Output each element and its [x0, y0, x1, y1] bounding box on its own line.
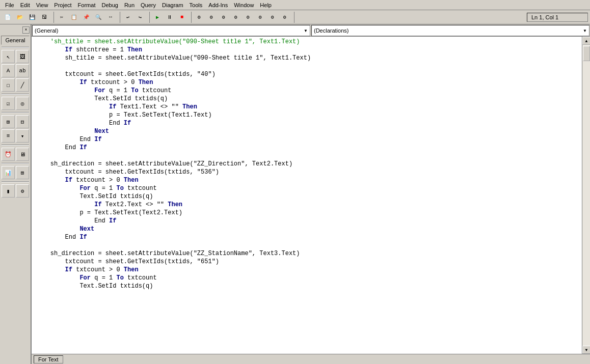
- menu-format[interactable]: Format: [75, 1, 99, 9]
- scroll-track[interactable]: [582, 45, 590, 346]
- pointer-tool[interactable]: ↖: [2, 50, 15, 63]
- code-text[interactable]: 'sh_title = sheet.setAttributeValue("090…: [32, 37, 582, 354]
- dropdowns-row: (General) ▼ (Declarations) ▼: [32, 24, 590, 37]
- general-dropdown[interactable]: (General) ▼: [32, 25, 310, 36]
- tool-row-8: 📊 ⊞: [2, 166, 29, 179]
- debug-btn8[interactable]: ⚙: [279, 12, 290, 23]
- tool-row-3: ☐ ╱: [2, 78, 29, 92]
- open-btn[interactable]: 📂: [14, 12, 25, 23]
- tool-row-4: ☑ ◎: [2, 97, 29, 110]
- line-tool[interactable]: ╱: [16, 78, 29, 92]
- declarations-dropdown-arrow: ▼: [583, 29, 587, 33]
- sep2: [118, 12, 120, 23]
- debug-btn1[interactable]: ⚙: [194, 12, 205, 23]
- left-panel: × General ↖ 🖼 A ab ☐ ╱ ☑ ◎ ⊞ ⊟ ≡ ▾: [0, 24, 32, 364]
- tool-row-6: ≡ ▾: [2, 129, 29, 143]
- code-editor: 'sh_title = sheet.setAttributeValue("090…: [32, 37, 590, 354]
- menu-diagram[interactable]: Diagram: [159, 1, 186, 9]
- grid2-tool[interactable]: ⊞: [16, 166, 29, 179]
- find-btn[interactable]: 🔍: [93, 12, 104, 23]
- general-dropdown-arrow: ▼: [304, 29, 308, 33]
- menu-window[interactable]: Window: [231, 1, 257, 9]
- combo-tool[interactable]: ▾: [16, 129, 29, 143]
- tool-row-7: ⏰ 🖥: [2, 148, 29, 161]
- sep4: [190, 12, 192, 23]
- scroll-up-btn[interactable]: ▲: [582, 37, 590, 45]
- vertical-scrollbar[interactable]: ▲ ▼: [582, 37, 590, 354]
- toolbar: 📄 📂 💾 🖫 ✂ 📋 📌 🔍 ↔ ↩ ↪ ▶ ⏸ ■ ⚙ ⚙ ⚙ ⚙ ⚙ ⚙ …: [0, 10, 590, 24]
- main-layout: × General ↖ 🖼 A ab ☐ ╱ ☑ ◎ ⊞ ⊟ ≡ ▾: [0, 24, 590, 364]
- menu-query[interactable]: Query: [138, 1, 159, 9]
- paste-btn[interactable]: 📌: [81, 12, 92, 23]
- menu-addins[interactable]: Add-Ins: [205, 1, 231, 9]
- debug-btn5[interactable]: ⚙: [243, 12, 254, 23]
- grid-tool[interactable]: ⊞: [2, 115, 15, 128]
- menu-debug[interactable]: Debug: [98, 1, 121, 9]
- debug-btn6[interactable]: ⚙: [255, 12, 266, 23]
- tool-row-1: ↖ 🖼: [2, 50, 29, 63]
- menu-view[interactable]: View: [33, 1, 51, 9]
- clock-tool[interactable]: ⏰: [2, 148, 15, 161]
- debug-btn4[interactable]: ⚙: [230, 12, 242, 23]
- sep5: [292, 12, 294, 23]
- menu-file[interactable]: File: [2, 1, 17, 9]
- new-btn[interactable]: 📄: [2, 12, 13, 23]
- menu-bar: File Edit View Project Format Debug Run …: [0, 0, 590, 10]
- menu-run[interactable]: Run: [121, 1, 138, 9]
- declarations-dropdown-label: (Declarations): [314, 27, 348, 34]
- monitor-tool[interactable]: 🖥: [16, 148, 29, 161]
- status-bar: For Text: [32, 354, 590, 364]
- check-tool[interactable]: ☑: [2, 97, 15, 110]
- tool-row-9: ▮ ⚙: [2, 184, 29, 198]
- tool-sep1: [2, 47, 29, 48]
- copy-btn[interactable]: 📋: [68, 12, 79, 23]
- sep1: [52, 12, 54, 23]
- cut-btn[interactable]: ✂: [56, 12, 67, 23]
- for-text-status: For Text: [34, 355, 63, 363]
- cursor-position: Ln 1, Col 1: [527, 13, 588, 22]
- menu-tools[interactable]: Tools: [186, 1, 206, 9]
- scroll-thumb[interactable]: [583, 46, 590, 61]
- image-tool[interactable]: 🖼: [16, 50, 29, 63]
- text-tool[interactable]: A: [2, 64, 15, 77]
- pause-btn[interactable]: ⏸: [164, 12, 175, 23]
- stop-btn[interactable]: ■: [176, 12, 187, 23]
- declarations-dropdown[interactable]: (Declarations) ▼: [311, 25, 589, 36]
- scroll-down-btn[interactable]: ▼: [582, 346, 590, 354]
- table-tool[interactable]: ⊟: [16, 115, 29, 128]
- debug-btn7[interactable]: ⚙: [267, 12, 278, 23]
- tool-sep3: [2, 112, 29, 113]
- undo-btn[interactable]: ↩: [122, 12, 133, 23]
- replace-btn[interactable]: ↔: [105, 12, 116, 23]
- panel-close-btn[interactable]: ×: [22, 26, 30, 34]
- save-all-btn[interactable]: 💾: [26, 12, 38, 23]
- chart-tool[interactable]: 📊: [2, 166, 15, 179]
- tool-sep4: [2, 145, 29, 146]
- bar-tool[interactable]: ▮: [2, 184, 15, 198]
- debug-btn3[interactable]: ⚙: [218, 12, 229, 23]
- run-btn[interactable]: ▶: [152, 12, 163, 23]
- list-tool[interactable]: ≡: [2, 129, 15, 143]
- tool-row-5: ⊞ ⊟: [2, 115, 29, 128]
- label-tool[interactable]: ab: [16, 64, 29, 77]
- general-dropdown-label: (General): [35, 27, 58, 34]
- tool-sep6: [2, 181, 29, 182]
- content-area: (General) ▼ (Declarations) ▼ 'sh_title =…: [32, 24, 590, 364]
- sep3: [148, 12, 150, 23]
- debug-btn2[interactable]: ⚙: [206, 12, 217, 23]
- redo-btn[interactable]: ↪: [135, 12, 146, 23]
- radio-tool[interactable]: ◎: [16, 97, 29, 110]
- tool-sep5: [2, 163, 29, 164]
- tool-row-2: A ab: [2, 64, 29, 77]
- tool-sep2: [2, 94, 29, 95]
- menu-project[interactable]: Project: [51, 1, 74, 9]
- save-btn[interactable]: 🖫: [39, 12, 50, 23]
- more-tool[interactable]: ⚙: [16, 184, 29, 198]
- rect-tool[interactable]: ☐: [2, 78, 15, 92]
- panel-label: General: [1, 36, 30, 45]
- menu-help[interactable]: Help: [257, 1, 275, 9]
- menu-edit[interactable]: Edit: [17, 1, 33, 9]
